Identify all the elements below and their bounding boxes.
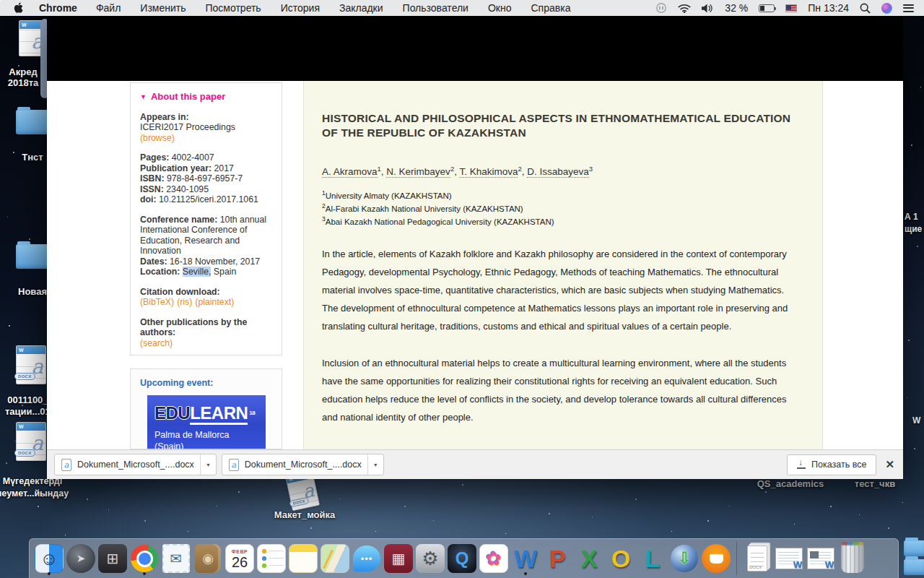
download-item[interactable]: a Dokument_Microsoft_....docx ▼ (222, 454, 384, 475)
paper-field-row: Publication year: 2017 (140, 163, 272, 174)
location-label: Location: (140, 267, 180, 277)
desktop-label-test-chkv[interactable]: тест_чкв (846, 478, 904, 489)
dock-separator (736, 542, 737, 575)
docx-file-icon: a (229, 459, 239, 471)
search-link[interactable]: (search) (140, 338, 173, 348)
window-black-header (47, 16, 903, 81)
airplay-audio-icon[interactable] (655, 2, 667, 14)
dock-finder-icon[interactable]: ☺ (34, 543, 64, 574)
affiliation-line: 3Abai Kazakh National Pedagogical Univer… (322, 214, 792, 227)
dock-trash-icon[interactable] (837, 543, 868, 574)
download-item[interactable]: a Dokument_Microsoft_....docx ▼ (54, 454, 217, 475)
folder-icon[interactable] (904, 559, 924, 575)
citation-link[interactable]: (plaintext) (195, 297, 234, 307)
menubar-item[interactable]: Изменить (140, 2, 186, 14)
apple-icon[interactable] (14, 2, 23, 14)
event-location: Palma de Mallorca (Spain) (154, 429, 258, 450)
dock-notes-icon[interactable] (288, 543, 318, 574)
download-filename: Dokument_Microsoft_....docx (245, 460, 362, 470)
notification-center-icon[interactable] (903, 2, 914, 14)
paper-field-row: ISSN: 2340-1095 (140, 184, 272, 195)
dock-quicktime-icon[interactable]: Q (447, 543, 477, 574)
desktop-partial-label: А 1 (905, 212, 918, 222)
folder-icon[interactable] (904, 540, 924, 556)
abstract-paragraph: The ethnocultural component of math educ… (322, 445, 792, 449)
dock-globedl-icon[interactable]: ⇩ (669, 543, 699, 574)
browse-link[interactable]: (browse) (140, 133, 175, 143)
menubar-app-name[interactable]: Chrome (39, 2, 77, 14)
dock-word-icon[interactable]: W (510, 543, 541, 574)
affiliation-line: 2Al-Farabi Kazakh National University (K… (322, 201, 792, 214)
author[interactable]: T. Khakimova2, (459, 166, 527, 177)
show-all-downloads-button[interactable]: Показать все (787, 454, 876, 475)
volume-icon[interactable] (702, 4, 714, 13)
author[interactable]: D. Issabayeva3 (527, 166, 593, 177)
menubar-item[interactable]: Закладки (339, 2, 383, 14)
menubar-item[interactable]: Посмотреть (205, 2, 261, 14)
docx-file-icon: a (61, 459, 71, 471)
paper-field-row: ISBN: 978-84-697-6957-7 (140, 173, 272, 184)
siri-icon[interactable] (881, 3, 892, 14)
dock-maps-icon[interactable] (320, 543, 350, 574)
paper-fields: Pages: 4002-4007Publication year: 2017IS… (140, 152, 272, 205)
dock: ☺➤⊞✉◉ФЕВР26•••▦⚙Q✿WPXOL⇩DOCXWW (29, 538, 899, 578)
dock-docstack-icon[interactable]: DOCX (742, 543, 772, 574)
dock-contacts-icon[interactable]: ◉ (193, 543, 223, 574)
author[interactable]: A. Akramova1, (322, 166, 386, 177)
page-content: ▼About this paper Appears in: ICERI2017 … (47, 81, 903, 449)
affiliation-line: 1University Almaty (KAZAKHSTAN) (322, 188, 792, 201)
edulearn-banner[interactable]: EDULEARN18 Palma de Mallorca (Spain) Jul… (147, 395, 266, 450)
dock-ibooks-icon[interactable] (701, 543, 731, 574)
docx-file-icon: W a DOCX (16, 422, 46, 461)
paper-field-row: Pages: 4002-4007 (140, 152, 272, 163)
battery-percent: 32 % (725, 2, 748, 14)
dock-lync-icon[interactable]: L (637, 543, 668, 574)
dock-docpreview1-icon[interactable]: W (774, 543, 804, 574)
dock-messages-icon[interactable]: ••• (352, 543, 382, 574)
spotlight-search-icon[interactable] (860, 3, 871, 14)
chevron-down-icon[interactable]: ▼ (367, 454, 383, 475)
menubar-item[interactable]: Пользователи (403, 2, 468, 14)
menubar-item[interactable]: Справка (531, 2, 571, 14)
abstract-paragraphs: In the article, elements of Kazakh folkl… (322, 245, 792, 449)
menubar-item[interactable]: История (281, 2, 320, 14)
location-selected-text: Seville, (183, 267, 212, 277)
dock-mail-icon[interactable]: ✉ (161, 543, 191, 574)
dock-sysprefs-icon[interactable]: ⚙ (415, 543, 445, 574)
dock-calendar-icon[interactable]: ФЕВР26 (225, 543, 255, 574)
docx-file-icon: W a DOCX (16, 345, 46, 384)
menubar-item[interactable]: Окно (488, 2, 512, 14)
dock-mission-icon[interactable]: ⊞ (97, 543, 128, 574)
dock-chrome-icon[interactable] (129, 543, 160, 574)
dock-docpreview2-icon[interactable]: W (806, 543, 836, 574)
close-downloads-bar-icon[interactable]: ✕ (885, 458, 894, 471)
download-filename: Dokument_Microsoft_....docx (77, 460, 194, 470)
conference-name-label: Conference name: (140, 215, 217, 225)
chevron-down-icon[interactable]: ▼ (200, 454, 216, 475)
citation-link[interactable]: (BibTeX) (140, 297, 174, 307)
appears-in-section: Appears in: ICERI2017 Proceedings (brows… (140, 112, 272, 144)
affiliations: 1University Almaty (KAZAKHSTAN)2Al-Farab… (322, 188, 792, 228)
menubar-item[interactable]: Файл (96, 2, 121, 14)
dock-reminders-icon[interactable] (256, 543, 287, 574)
dock-powerpoint-icon[interactable]: P (542, 543, 572, 574)
desktop-partial-label: W (912, 415, 920, 426)
desktop-label-qs-academics[interactable]: QS_academics (751, 478, 830, 489)
author[interactable]: N. Kerimbayev2, (386, 166, 459, 177)
dock-outlook-icon[interactable]: O (606, 543, 636, 574)
wifi-icon[interactable] (678, 4, 691, 13)
dock-excel-icon[interactable]: X (574, 543, 604, 574)
keyboard-layout-flag-icon[interactable] (785, 4, 797, 12)
dock-photos-icon[interactable]: ✿ (479, 543, 509, 574)
menubar-clock[interactable]: Пн 13:24 (808, 2, 849, 14)
edulearn-logo: EDULEARN18 (154, 404, 258, 423)
dock-photobooth-icon[interactable]: ▦ (383, 543, 414, 574)
about-paper-panel: ▼About this paper Appears in: ICERI2017 … (130, 82, 282, 355)
location-rest: Spain (214, 267, 236, 277)
about-paper-header[interactable]: ▼About this paper (140, 92, 272, 103)
citation-link[interactable]: (ris) (177, 297, 192, 307)
dock-launchpad-icon[interactable]: ➤ (66, 543, 96, 574)
abstract-paragraph: Inclusion of an ethnocultural material h… (322, 354, 792, 426)
paper-field-row: doi: 10.21125/iceri.2017.1061 (140, 194, 272, 205)
upcoming-event-title: Upcoming event: (140, 378, 272, 389)
